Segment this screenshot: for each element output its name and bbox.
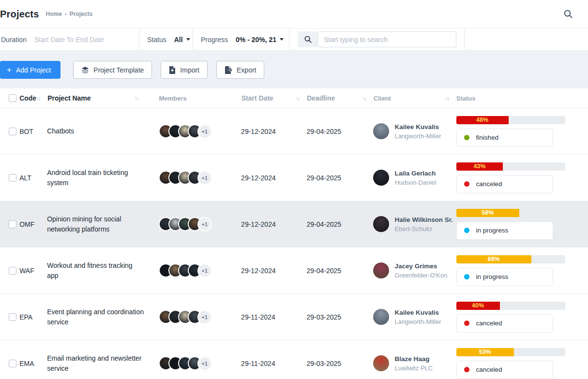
progress-fill: 69% <box>456 255 531 263</box>
member-avatars[interactable]: +1 <box>159 356 212 371</box>
column-header-deadline[interactable]: Deadline↑↓ <box>307 94 374 102</box>
client-avatar <box>373 355 389 371</box>
client-company: Ebert-Schultz <box>394 225 453 233</box>
chevron-down-icon <box>280 38 284 41</box>
row-checkbox[interactable] <box>9 267 16 275</box>
export-button[interactable]: Export <box>216 61 264 79</box>
deadline-date: 29-04-2025 <box>306 267 341 275</box>
member-avatars[interactable]: +1 <box>159 263 212 278</box>
add-project-button[interactable]: + Add Project <box>0 61 60 79</box>
client-company: Lueilwitz PLC <box>394 364 433 372</box>
column-header-start-date[interactable]: Start Date↑↓ <box>241 94 307 102</box>
row-checkbox[interactable] <box>9 313 16 321</box>
status-label: finished <box>476 134 499 141</box>
progress-fill: 43% <box>456 162 503 171</box>
members-overflow-badge[interactable]: +1 <box>197 171 212 185</box>
status-badge[interactable]: canceled <box>456 175 553 193</box>
project-name-link[interactable]: Android local train ticketing system <box>47 168 145 188</box>
project-name-link[interactable]: Workout and fitness tracking app <box>47 261 145 280</box>
file-export-icon <box>225 66 232 74</box>
column-header-client[interactable]: Client↑↓ <box>374 95 456 102</box>
project-code: OMF <box>19 220 34 228</box>
progress-filter-dropdown[interactable]: 0% - 20%, 21% - 40% <box>236 36 284 44</box>
client-name[interactable]: Halie Wilkinson Sr. <box>394 216 453 223</box>
member-avatars[interactable]: +1 <box>159 124 212 139</box>
deadline-date: 29-04-2025 <box>306 220 341 228</box>
sort-icon[interactable]: ↑↓ <box>296 96 300 101</box>
column-header-project-name[interactable]: Project Name↑↓ <box>47 93 159 103</box>
sort-icon[interactable]: ↑↓ <box>445 96 450 101</box>
search-icon[interactable] <box>563 9 573 19</box>
status-badge[interactable]: in progress <box>456 221 553 240</box>
import-button[interactable]: Import <box>161 61 208 79</box>
column-header-code[interactable]: Code↑↓ <box>19 94 47 102</box>
status-badge[interactable]: canceled <box>456 361 553 379</box>
client-name[interactable]: Blaze Haag <box>394 355 433 363</box>
client-name[interactable]: Kailee Kuvalis <box>394 309 441 316</box>
project-name-link[interactable]: Event planning and coordination service <box>47 307 145 327</box>
progress-bar: 43% <box>456 162 565 171</box>
client-avatar <box>373 216 389 232</box>
start-date: 29-12-2024 <box>241 220 276 228</box>
table-row[interactable]: BOT Chatbots +1 29-12-2024 29-04-2025 Ka… <box>0 108 588 155</box>
member-avatars[interactable]: +1 <box>159 217 212 232</box>
sort-icon[interactable]: ↑↓ <box>36 96 41 101</box>
members-overflow-badge[interactable]: +1 <box>197 124 212 139</box>
deadline-date: 29-04-2025 <box>306 128 341 135</box>
progress-percent: 40% <box>472 302 484 309</box>
status-label: in progress <box>476 227 509 234</box>
project-name-link[interactable]: Opinion mining for social networking pla… <box>47 214 145 234</box>
members-overflow-badge[interactable]: +1 <box>197 217 212 232</box>
sort-icon[interactable]: ↑↓ <box>362 96 367 101</box>
layers-icon <box>81 66 89 74</box>
table-row[interactable]: WAF Workout and fitness tracking app +1 … <box>0 248 588 294</box>
column-label: Start Date <box>241 94 273 102</box>
status-badge[interactable]: in progress <box>456 268 553 286</box>
projects-table: Code↑↓Project Name↑↓MembersStart Date↑↓D… <box>0 88 588 379</box>
status-filter[interactable]: Status All <box>139 29 193 50</box>
project-code: EPA <box>19 313 32 321</box>
member-avatars[interactable]: +1 <box>159 310 212 324</box>
client-avatar <box>373 262 389 278</box>
search-submit-button[interactable] <box>298 31 317 47</box>
status-dot-icon <box>464 228 469 233</box>
member-avatars[interactable]: +1 <box>159 171 212 185</box>
search-input[interactable] <box>317 31 456 47</box>
table-row[interactable]: EMA Email marketing and newsletter servi… <box>0 340 588 379</box>
table-row[interactable]: ALT Android local train ticketing system… <box>0 155 588 201</box>
status-dot-icon <box>464 135 469 140</box>
breadcrumb-home[interactable]: Home <box>46 11 62 17</box>
duration-range-input[interactable]: Start Date To End Date <box>34 36 104 44</box>
start-date: 29-12-2024 <box>241 267 276 275</box>
client-name[interactable]: Kailee Kuvalis <box>394 123 441 131</box>
progress-bar: 48% <box>456 116 565 124</box>
client-name[interactable]: Jacey Grimes <box>394 262 447 270</box>
row-checkbox[interactable] <box>9 174 16 182</box>
table-row[interactable]: OMF Opinion mining for social networking… <box>0 201 588 248</box>
progress-bar: 40% <box>456 302 565 310</box>
members-overflow-badge[interactable]: +1 <box>197 310 212 324</box>
row-checkbox[interactable] <box>9 128 16 135</box>
project-name-link[interactable]: Chatbots <box>47 126 74 136</box>
members-overflow-badge[interactable]: +1 <box>197 263 212 278</box>
select-all-checkbox[interactable] <box>9 94 16 102</box>
sort-icon[interactable]: ↑↓ <box>135 95 139 101</box>
progress-fill: 40% <box>456 302 500 310</box>
client-company: Langworth-Miller <box>394 318 441 325</box>
status-filter-dropdown[interactable]: All <box>174 36 190 44</box>
row-checkbox[interactable] <box>9 220 16 228</box>
progress-filter[interactable]: Progress 0% - 20%, 21% - 40% <box>193 29 289 50</box>
progress-percent: 48% <box>476 117 488 123</box>
column-label: Status <box>456 95 476 102</box>
duration-filter[interactable]: Duration Start Date To End Date <box>0 29 139 50</box>
members-overflow-badge[interactable]: +1 <box>197 356 212 371</box>
project-template-button[interactable]: Project Template <box>73 61 152 79</box>
plus-icon: + <box>7 65 12 75</box>
table-row[interactable]: EPA Event planning and coordination serv… <box>0 294 588 340</box>
status-dot-icon <box>464 274 469 279</box>
status-badge[interactable]: canceled <box>456 314 553 333</box>
project-name-link[interactable]: Email marketing and newsletter service <box>47 353 145 373</box>
client-name[interactable]: Laila Gerlach <box>394 170 436 177</box>
status-badge[interactable]: finished <box>456 129 553 147</box>
row-checkbox[interactable] <box>9 360 16 367</box>
